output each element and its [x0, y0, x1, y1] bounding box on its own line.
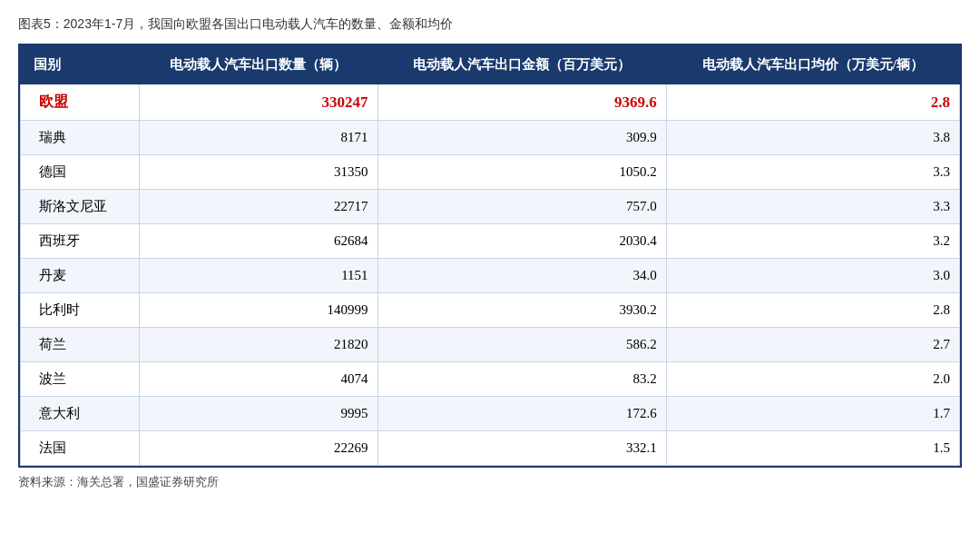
- row-avg-price: 1.5: [666, 431, 959, 466]
- row-name: 意大利: [21, 397, 140, 431]
- row-avg-price: 3.8: [666, 121, 959, 155]
- table-header: 国别 电动载人汽车出口数量（辆） 电动载人汽车出口金额（百万美元） 电动载人汽车…: [21, 46, 960, 84]
- row-quantity: 21820: [140, 328, 377, 362]
- table-row: 德国 31350 1050.2 3.3: [21, 155, 960, 190]
- row-quantity: 9995: [140, 397, 377, 431]
- row-avg-price: 3.2: [666, 224, 959, 259]
- row-avg-price: 3.3: [666, 155, 959, 190]
- row-amount: 2030.4: [377, 224, 666, 259]
- row-name: 瑞典: [21, 121, 140, 155]
- table-row: 瑞典 8171 309.9 3.8: [21, 121, 960, 155]
- row-amount: 172.6: [377, 397, 666, 431]
- row-amount: 34.0: [377, 259, 666, 293]
- row-amount: 309.9: [377, 121, 666, 155]
- table-row: 荷兰 21820 586.2 2.7: [21, 328, 960, 362]
- table-row: 法国 22269 332.1 1.5: [21, 431, 960, 466]
- row-avg-price: 3.0: [666, 259, 959, 293]
- header-col4: 电动载人汽车出口均价（万美元/辆）: [666, 46, 959, 84]
- footnote: 资料来源：海关总署，国盛证券研究所: [18, 475, 962, 490]
- row-quantity: 62684: [140, 224, 377, 259]
- chart-title: 图表5：2023年1-7月，我国向欧盟各国出口电动载人汽车的数量、金额和均价: [18, 16, 962, 33]
- row-quantity: 22269: [140, 431, 377, 466]
- row-quantity: 140999: [140, 293, 377, 328]
- table-row: 斯洛文尼亚 22717 757.0 3.3: [21, 190, 960, 224]
- row-amount: 1050.2: [377, 155, 666, 190]
- row-quantity: 31350: [140, 155, 377, 190]
- row-name: 斯洛文尼亚: [21, 190, 140, 224]
- table-row: 比利时 140999 3930.2 2.8: [21, 293, 960, 328]
- header-col2: 电动载人汽车出口数量（辆）: [140, 46, 377, 84]
- row-amount: 757.0: [377, 190, 666, 224]
- row-name: 法国: [21, 431, 140, 466]
- data-table: 国别 电动载人汽车出口数量（辆） 电动载人汽车出口金额（百万美元） 电动载人汽车…: [20, 45, 960, 466]
- table-row: 意大利 9995 172.6 1.7: [21, 397, 960, 431]
- row-avg-price: 2.7: [666, 328, 959, 362]
- row-quantity: 8171: [140, 121, 377, 155]
- table-body: 欧盟 330247 9369.6 2.8 瑞典 8171 309.9 3.8 德…: [21, 84, 960, 466]
- row-name: 德国: [21, 155, 140, 190]
- row-amount: 3930.2: [377, 293, 666, 328]
- row-name: 波兰: [21, 362, 140, 397]
- row-name: 荷兰: [21, 328, 140, 362]
- row-quantity: 22717: [140, 190, 377, 224]
- row-amount: 586.2: [377, 328, 666, 362]
- header-col3: 电动载人汽车出口金额（百万美元）: [377, 46, 666, 84]
- row-quantity: 4074: [140, 362, 377, 397]
- total-avg-price: 2.8: [666, 84, 959, 121]
- table-wrapper: 国别 电动载人汽车出口数量（辆） 电动载人汽车出口金额（百万美元） 电动载人汽车…: [18, 44, 962, 468]
- header-col1: 国别: [21, 46, 140, 84]
- total-amount: 9369.6: [377, 84, 666, 121]
- row-avg-price: 2.0: [666, 362, 959, 397]
- row-avg-price: 2.8: [666, 293, 959, 328]
- row-name: 丹麦: [21, 259, 140, 293]
- total-quantity: 330247: [140, 84, 377, 121]
- total-row: 欧盟 330247 9369.6 2.8: [21, 84, 960, 121]
- row-avg-price: 1.7: [666, 397, 959, 431]
- row-avg-price: 3.3: [666, 190, 959, 224]
- row-amount: 332.1: [377, 431, 666, 466]
- row-name: 比利时: [21, 293, 140, 328]
- total-name: 欧盟: [21, 84, 140, 121]
- row-name: 西班牙: [21, 224, 140, 259]
- table-row: 西班牙 62684 2030.4 3.2: [21, 224, 960, 259]
- row-amount: 83.2: [377, 362, 666, 397]
- row-quantity: 1151: [140, 259, 377, 293]
- table-row: 波兰 4074 83.2 2.0: [21, 362, 960, 397]
- table-row: 丹麦 1151 34.0 3.0: [21, 259, 960, 293]
